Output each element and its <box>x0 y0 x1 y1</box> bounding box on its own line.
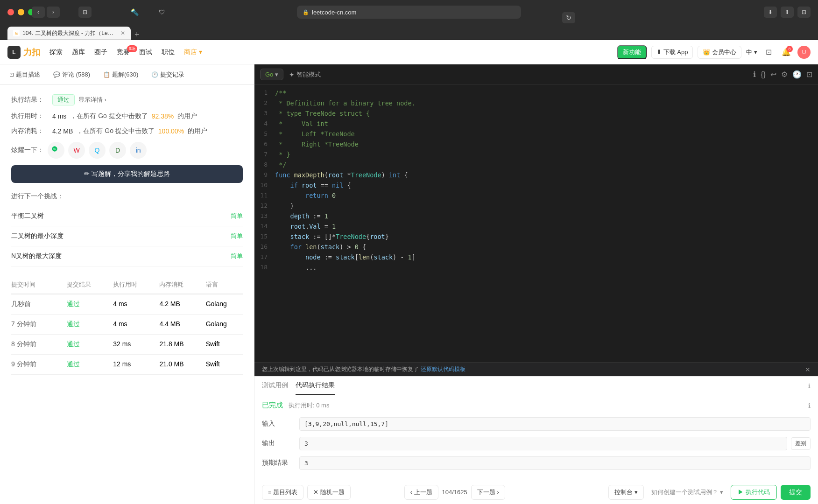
exec-time-row: 执行用时： 4 ms ，在所有 Go 提交中击败了 92.38% 的用户 <box>11 112 243 120</box>
nav-explore[interactable]: 探索 <box>49 48 63 56</box>
linkedin-icon[interactable]: in <box>130 142 147 159</box>
next-button[interactable]: 下一题 › <box>471 485 505 500</box>
result-info-icon[interactable]: ℹ <box>808 402 811 409</box>
row3-pass[interactable]: 通过 <box>67 340 80 348</box>
tab-solutions[interactable]: 📋 题解(630) <box>98 68 144 82</box>
table-row: 7 分钟前 通过 4 ms 4.4 MB Golang <box>11 315 243 335</box>
os-titlebar: ‹ › ⊡ 🔦 🛡 🔒 leetcode-cn.com ↻ ⬇ ⬆ ⊡ <box>0 0 818 24</box>
weibo-icon[interactable]: W <box>68 142 85 159</box>
browser-tab-active[interactable]: lc 104. 二叉树的最大深度 - 力扣（LeetCode） ✕ <box>7 27 131 40</box>
row2-pass[interactable]: 通过 <box>67 320 80 328</box>
problem-list-button[interactable]: ≡ 题目列表 <box>262 485 303 500</box>
header-time: 提交时间 <box>11 280 67 289</box>
bell-badge: 8 <box>786 46 793 52</box>
tab-description[interactable]: ⊡ 题目描述 <box>4 68 46 82</box>
header-mem: 内存消耗 <box>159 280 205 289</box>
format-icon[interactable]: {} <box>761 70 766 79</box>
run-button[interactable]: ▶ 执行代码 <box>731 485 777 500</box>
language-selector[interactable]: Go Go ▾ <box>260 69 283 80</box>
table-header: 提交时间 提交结果 执行用时 内存消耗 语言 <box>11 276 243 294</box>
clock-icon[interactable]: 🕐 <box>792 70 802 79</box>
close-notice-icon[interactable]: ✕ <box>805 366 811 373</box>
ai-mode-button[interactable]: ✦ 智能模式 <box>289 70 321 79</box>
close-traffic-light[interactable] <box>7 9 14 15</box>
download-icon[interactable]: ⬇ <box>764 7 777 18</box>
nav-shop[interactable]: 商店 ▾ <box>184 48 202 56</box>
line-number: 11 <box>254 192 275 199</box>
download-app-button[interactable]: ⬇ 下载 App <box>651 46 693 59</box>
new-feature-button[interactable]: 新功能 <box>617 45 647 59</box>
brand-logo[interactable]: L 力扣 <box>7 46 40 59</box>
line-number: 4 <box>254 120 275 127</box>
undo-icon[interactable]: ↩ <box>770 70 776 79</box>
expand-icon[interactable]: ⊡ <box>806 70 812 79</box>
row4-pass[interactable]: 通过 <box>67 360 80 368</box>
avatar[interactable]: U <box>797 46 811 59</box>
tab-close-icon[interactable]: ✕ <box>120 30 125 36</box>
url-bar[interactable]: 🔒 leetcode-cn.com <box>297 6 521 19</box>
editor-tools: ℹ {} ↩ ⚙ 🕐 ⊡ <box>753 70 812 79</box>
challenge-name-2[interactable]: 二叉树的最小深度 <box>11 232 63 240</box>
random-button[interactable]: ✕ 随机一题 <box>307 485 351 500</box>
output-value: 3 <box>299 437 787 450</box>
memory-pct: 100.00% <box>158 127 184 135</box>
row3-exec: 32 ms <box>113 340 159 349</box>
diff-button[interactable]: 差别 <box>791 437 811 450</box>
table-row: 几秒前 通过 4 ms 4.2 MB Golang <box>11 294 243 315</box>
expected-row: 预期结果 3 <box>262 455 811 471</box>
challenge-name-1[interactable]: 平衡二叉树 <box>11 212 44 220</box>
info-icon[interactable]: ℹ <box>753 70 756 79</box>
challenge-difficulty-2[interactable]: 简单 <box>231 232 243 240</box>
qq-icon[interactable]: Q <box>89 142 106 159</box>
back-button[interactable]: ‹ <box>32 7 45 18</box>
show-detail-link[interactable]: 显示详情 › <box>78 96 106 104</box>
row3-mem: 21.8 MB <box>159 340 205 349</box>
tab-testcase[interactable]: 测试用例 <box>262 377 288 395</box>
header-exec: 执行用时 <box>113 280 159 289</box>
nav-interview[interactable]: 面试 <box>139 48 152 56</box>
nav-discuss[interactable]: 圈子 <box>94 48 107 56</box>
submit-button[interactable]: 提交 <box>781 485 811 500</box>
nav-jobs[interactable]: 职位 <box>162 48 175 56</box>
console-button[interactable]: 控制台 ▾ <box>608 485 644 500</box>
douban-icon[interactable]: D <box>109 142 126 159</box>
output-label: 输出 <box>262 439 299 448</box>
restore-link[interactable]: 还原默认代码模板 <box>421 365 465 373</box>
settings-icon[interactable]: ⚙ <box>781 70 788 79</box>
nav-problems[interactable]: 题库 <box>72 48 85 56</box>
memory-label: 内存消耗： <box>11 127 49 135</box>
challenge-name-3[interactable]: N叉树的最大深度 <box>11 252 62 260</box>
ai-icon: ✦ <box>289 71 295 78</box>
screen-icon[interactable]: ⊡ <box>762 46 775 59</box>
forward-button[interactable]: › <box>47 7 60 18</box>
row3-lang: Swift <box>206 340 243 349</box>
row1-pass[interactable]: 通过 <box>67 300 80 308</box>
prev-button[interactable]: ‹ 上一题 <box>404 485 438 500</box>
challenge-difficulty-1[interactable]: 简单 <box>231 212 243 220</box>
share-icon[interactable]: ⬆ <box>781 7 794 18</box>
right-panel: Go Go ▾ ✦ 智能模式 ℹ {} ↩ ⚙ 🕐 ⊡ <box>254 64 818 504</box>
refresh-button[interactable]: ↻ <box>562 12 575 23</box>
tab-comments[interactable]: 💬 评论 (588) <box>48 68 96 82</box>
more-icon[interactable]: ⊡ <box>797 7 811 18</box>
line-content: func maxDepth(root *TreeNode) int { <box>275 171 818 179</box>
tab-submissions[interactable]: 🕐 提交记录 <box>146 68 190 82</box>
time-suffix: 的用户 <box>177 112 197 120</box>
tab-execution-result[interactable]: 代码执行结果 <box>296 377 335 395</box>
main-layout: ⊡ 题目描述 💬 评论 (588) 📋 题解(630) 🕐 提交记录 <box>0 64 818 504</box>
code-editor[interactable]: 1 /** 2 * Definition for a binary tree n… <box>254 85 818 362</box>
code-line-16: 16 for len(stack) > 0 { <box>254 243 818 253</box>
new-tab-button[interactable]: + <box>134 30 140 40</box>
row4-exec: 12 ms <box>113 360 159 369</box>
bell-button[interactable]: 🔔 8 <box>780 46 793 59</box>
language-selector[interactable]: 中 ▾ <box>746 48 757 56</box>
code-line-1: 1 /** <box>254 89 818 99</box>
member-center-button[interactable]: 👑 会员中心 <box>698 46 741 59</box>
how-to-test-button[interactable]: 如何创建一个测试用例？ ▾ <box>648 485 727 500</box>
window-layout-button[interactable]: ⊡ <box>78 7 92 18</box>
challenge-difficulty-3[interactable]: 简单 <box>231 252 243 260</box>
write-solution-button[interactable]: ✏ 写题解，分享我的解题思路 <box>11 165 243 183</box>
wechat-icon[interactable]: W <box>48 142 64 159</box>
nav-competition[interactable]: 竞赛 9场 <box>117 48 130 56</box>
minimize-traffic-light[interactable] <box>18 9 24 15</box>
